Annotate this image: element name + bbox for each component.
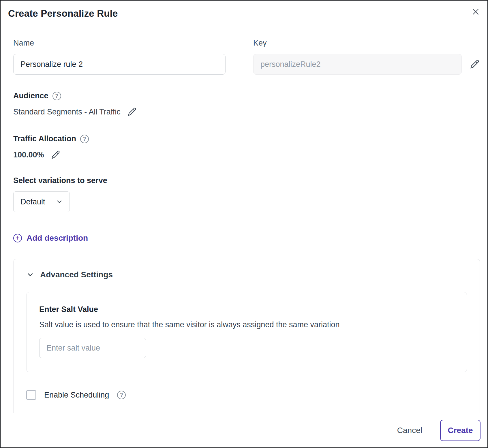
key-input <box>253 54 462 75</box>
enable-scheduling-label: Enable Scheduling <box>44 391 109 400</box>
plus-circle-icon: + <box>13 234 22 242</box>
traffic-allocation-label: Traffic Allocation <box>13 134 76 143</box>
close-icon <box>471 7 480 16</box>
create-button[interactable]: Create <box>440 420 481 441</box>
edit-key-button[interactable] <box>469 59 480 70</box>
name-field-group: Name <box>13 39 226 75</box>
advanced-settings-card: Advanced Settings Enter Salt Value Salt … <box>13 259 480 413</box>
traffic-allocation-help-icon[interactable]: ? <box>80 135 89 143</box>
variation-selected-value: Default <box>20 197 45 206</box>
enable-scheduling-help-icon[interactable]: ? <box>117 391 126 399</box>
name-input[interactable] <box>13 54 226 75</box>
salt-value-description: Salt value is used to ensure that the sa… <box>39 320 454 329</box>
create-personalize-rule-dialog: Create Personalize Rule Name Key <box>0 0 488 448</box>
dialog-content: Name Key <box>1 35 487 413</box>
dialog-footer: Cancel Create <box>1 413 487 447</box>
audience-label: Audience <box>13 91 48 100</box>
key-label: Key <box>253 39 480 48</box>
chevron-down-icon <box>26 271 34 279</box>
audience-help-icon[interactable]: ? <box>52 92 61 100</box>
page-title: Create Personalize Rule <box>8 8 480 19</box>
enable-scheduling-row: Enable Scheduling ? <box>26 390 467 400</box>
salt-value-input[interactable] <box>39 338 146 358</box>
advanced-settings-toggle[interactable]: Advanced Settings <box>26 270 113 279</box>
key-field-group: Key <box>253 39 480 75</box>
variation-select[interactable]: Default <box>13 191 70 212</box>
add-description-label: Add description <box>27 234 88 243</box>
dialog-header: Create Personalize Rule <box>1 1 487 35</box>
close-button[interactable] <box>469 5 482 18</box>
edit-audience-button[interactable] <box>126 106 138 118</box>
pencil-icon <box>470 59 480 69</box>
enable-scheduling-checkbox[interactable] <box>26 390 36 400</box>
name-label: Name <box>13 39 226 48</box>
name-key-row: Name Key <box>13 39 480 75</box>
audience-value: Standard Segments - All Traffic <box>13 108 121 116</box>
cancel-button[interactable]: Cancel <box>397 426 422 435</box>
pencil-icon <box>127 107 137 117</box>
salt-value-card: Enter Salt Value Salt value is used to e… <box>26 292 467 372</box>
variations-section: Select variations to serve Default <box>13 176 480 212</box>
traffic-allocation-value: 100.00% <box>13 150 44 159</box>
variations-label: Select variations to serve <box>13 176 480 185</box>
edit-traffic-allocation-button[interactable] <box>50 149 61 161</box>
advanced-settings-title: Advanced Settings <box>40 270 113 279</box>
pencil-icon <box>51 150 61 160</box>
audience-section: Audience ? Standard Segments - All Traff… <box>13 91 480 118</box>
traffic-allocation-section: Traffic Allocation ? 100.00% <box>13 134 480 161</box>
chevron-down-icon <box>56 198 63 206</box>
salt-value-heading: Enter Salt Value <box>39 305 454 314</box>
add-description-button[interactable]: + Add description <box>13 234 88 243</box>
